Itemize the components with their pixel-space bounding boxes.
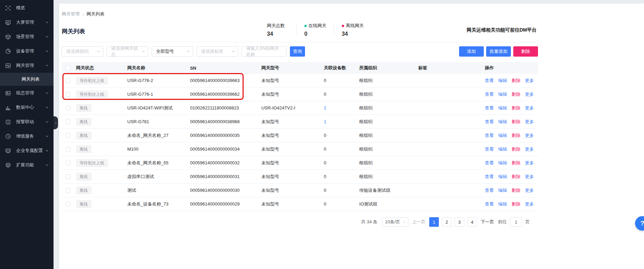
row-checkbox[interactable] [66,119,71,124]
row-action-link[interactable]: 编辑 [498,174,507,180]
page-number-2[interactable]: 2 [442,217,452,227]
row-action-delete[interactable]: 删除 [512,78,520,84]
sidebar-item-bigscreen[interactable]: 大屏管理 [0,15,54,30]
row-action-link[interactable]: 查看 [485,78,494,84]
row-action-delete[interactable]: 删除 [512,174,520,180]
row-action-link[interactable]: 编辑 [498,160,507,166]
row-action-delete[interactable]: 删除 [512,201,520,207]
breadcrumb-separator: › [82,12,84,17]
row-action-delete[interactable]: 删除 [512,146,520,152]
sidebar-item-datacenter[interactable]: 数据中心 [0,100,54,115]
gateway-model: 未知型号 [261,146,324,152]
row-action-delete[interactable]: 删除 [512,105,520,111]
chevron-down-icon [45,148,49,153]
row-action-link[interactable]: 编辑 [498,187,507,194]
row-checkbox[interactable] [66,106,71,110]
row-action-link[interactable]: 查看 [485,146,494,152]
row-action-link[interactable]: 编辑 [498,78,507,84]
row-action-link[interactable]: 编辑 [498,132,507,139]
table-header: 网关状态网关名称SN网关型号关联设备数所属组织标签操作 [62,62,538,74]
row-checkbox[interactable] [66,78,71,83]
page-size-select[interactable]: 10条/页 [382,217,408,227]
row-action-link[interactable]: 查看 [485,187,494,194]
sidebar-item-overview[interactable]: 概览 [0,1,54,15]
gateway-status-select[interactable]: 请选择网关状态 [107,46,148,57]
row-checkbox[interactable] [66,161,71,165]
row-action-link[interactable]: 更多 [525,105,534,111]
row-checkbox[interactable] [66,202,71,207]
row-action-link[interactable]: 更多 [525,78,534,84]
row-action-link[interactable]: 更多 [525,146,534,152]
vas-icon [5,133,11,139]
sidebar-item-gateway[interactable]: 网关管理 [0,58,54,73]
page-number-1[interactable]: 1 [429,217,439,227]
breadcrumb-root[interactable]: 网关管理 [62,11,80,17]
row-action-delete[interactable]: 删除 [512,119,520,125]
page-number-4[interactable]: 4 [467,217,477,227]
row-action-link[interactable]: 更多 [525,187,534,194]
sidebar-item-vas[interactable]: 增值服务 [0,129,54,143]
select-all-checkbox[interactable] [66,66,71,70]
row-checkbox[interactable] [66,174,71,179]
row-checkbox[interactable] [66,133,71,138]
row-action-link[interactable]: 更多 [525,201,534,207]
model-select[interactable]: 全部型号 [152,46,193,57]
sidebar-item-device[interactable]: 设备管理 [0,44,54,58]
gateway-name: USR-IO424T-WIFI测试 [127,105,190,111]
row-action-link[interactable]: 查看 [485,119,494,125]
row-action-link[interactable]: 查看 [485,160,494,166]
gateway-sn: 00059614000000000029 [190,201,261,207]
row-checkbox[interactable] [66,147,71,152]
row-action-link[interactable]: 更多 [525,132,534,139]
row-checkbox[interactable] [66,188,71,193]
row-action-link[interactable]: 更多 [525,160,534,166]
sidebar-collapse-handle[interactable]: ‹ [54,116,58,129]
sidebar-item-enterprise[interactable]: 企业专属配置 [0,143,54,158]
tag-select[interactable]: 请选择标签 [197,46,238,57]
query-button[interactable]: 查询 [290,46,305,57]
row-action-link[interactable]: 查看 [485,91,494,97]
table-row: 等待初次上线未命名_网关名称_5500059614000000000032未知型… [62,156,538,170]
datacenter-icon [5,105,11,110]
sidebar-item-label: 大屏管理 [16,19,45,25]
row-action-link[interactable]: 查看 [485,201,494,207]
row-operations: 查看编辑删除更多 [485,78,538,84]
page-header: 网关列表 网关总数34在线网关0离线网关34 网关运维相关功能可前往DM平台 [62,23,538,38]
row-action-link[interactable]: 查看 [485,174,494,180]
row-checkbox[interactable] [66,92,71,97]
row-action-link[interactable]: 查看 [485,132,494,139]
batch-add-button[interactable]: 批量添加 [486,46,511,57]
row-action-link[interactable]: 编辑 [498,201,507,207]
row-action-delete[interactable]: 删除 [512,160,520,166]
row-action-link[interactable]: 编辑 [498,119,507,125]
device-count[interactable]: 1 [324,119,326,124]
row-action-delete[interactable]: 删除 [512,187,520,194]
delete-button[interactable]: 删除 [513,46,538,57]
gateway-name: 测试 [127,187,190,194]
row-action-link[interactable]: 编辑 [498,146,507,152]
row-action-delete[interactable]: 删除 [512,91,520,97]
org-select[interactable]: 请选择组织 [62,46,103,57]
gateway-sn: 00059614000000000030 [190,188,261,193]
stat-label: 在线网关 [308,23,326,29]
sidebar-subitem-gateway-list[interactable]: 网关列表 [0,73,54,86]
device-count[interactable]: 2 [324,105,326,110]
prev-page-button[interactable]: 上一页 [412,219,425,225]
page-number-3[interactable]: 3 [455,217,464,227]
next-page-button[interactable]: 下一页 [481,219,494,225]
sn-search-input[interactable]: 请输入SN或网关名称 [242,46,286,57]
row-action-delete[interactable]: 删除 [512,132,520,139]
row-action-link[interactable]: 更多 [525,174,534,180]
sidebar-item-extension[interactable]: 扩展功能 [0,158,54,172]
sidebar-item-alarm[interactable]: 报警联动 [0,115,54,129]
row-action-link[interactable]: 更多 [525,119,534,125]
row-action-link[interactable]: 更多 [525,91,534,97]
sidebar-item-hmi[interactable]: 组态管理 [0,86,54,100]
table-row: 离线未命名_网关名称_2700059614000000000035未知型号0根组… [62,129,538,142]
add-button[interactable]: 添加 [459,46,484,57]
sidebar-item-scene[interactable]: 场景管理 [0,30,54,44]
row-action-link[interactable]: 编辑 [498,91,507,97]
row-action-link[interactable]: 查看 [485,105,494,111]
goto-page-input[interactable]: 1 [510,217,522,227]
row-action-link[interactable]: 编辑 [498,105,507,111]
